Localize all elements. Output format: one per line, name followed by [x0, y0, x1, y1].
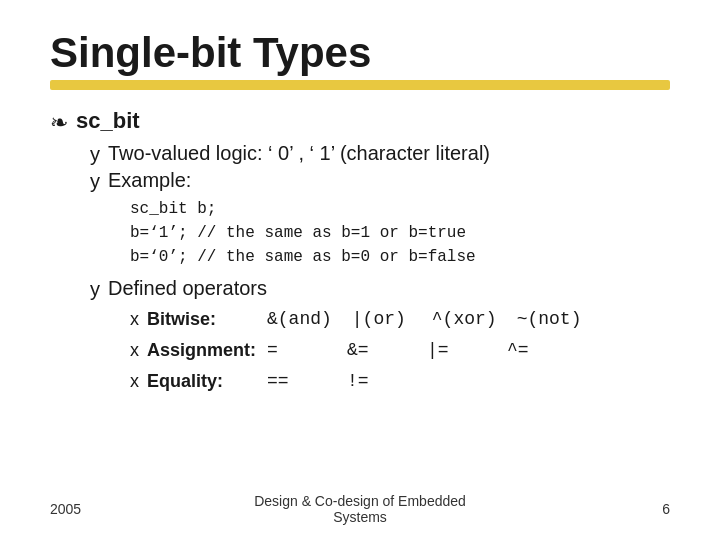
- defined-sub-bullets: y Defined operators: [90, 277, 670, 301]
- code-block: sc_bit b; b=‘1’; // the same as b=1 or b…: [130, 197, 670, 269]
- op-label-2: Equality:: [147, 367, 267, 396]
- defined-bullet-text: Defined operators: [108, 277, 267, 300]
- footer-center-text: Design & Co-design of EmbeddedSystems: [254, 493, 466, 525]
- footer-page: 6: [662, 501, 670, 517]
- op-val-0-2: ^(xor): [432, 305, 497, 334]
- title-area: Single-bit Types: [50, 30, 670, 90]
- sub-bullet-0: y Two-valued logic: ‘ 0’ , ‘ 1’ (charact…: [90, 142, 670, 166]
- op-val-2-0: ==: [267, 367, 327, 396]
- sub-bullet-icon-1: y: [90, 170, 100, 193]
- slide-title: Single-bit Types: [50, 30, 670, 76]
- op-label-0: Bitwise:: [147, 305, 267, 334]
- main-bullet-icon: ❧: [50, 110, 68, 136]
- op-val-2-1: !=: [347, 367, 407, 396]
- sub-bullet-1: y Example:: [90, 169, 670, 193]
- op-row-0: x Bitwise: &(and) |(or) ^(xor) ~(not): [130, 305, 670, 334]
- op-ssb-icon-0: x: [130, 305, 139, 334]
- op-label-1: Assignment:: [147, 336, 267, 365]
- footer-year: 2005: [50, 501, 81, 517]
- content: ❧ sc_bit y Two-valued logic: ‘ 0’ , ‘ 1’…: [50, 108, 670, 395]
- op-row-2: x Equality: == !=: [130, 367, 670, 396]
- op-values-1: = &= |= ^=: [267, 336, 567, 365]
- slide: Single-bit Types ❧ sc_bit y Two-valued l…: [0, 0, 720, 540]
- defined-bullet: y Defined operators: [90, 277, 670, 301]
- op-values-2: == !=: [267, 367, 407, 396]
- op-val-1-2: |=: [427, 336, 487, 365]
- sub-bullet-icon-0: y: [90, 143, 100, 166]
- op-ssb-icon-1: x: [130, 336, 139, 365]
- op-values-0: &(and) |(or) ^(xor) ~(not): [267, 305, 581, 334]
- op-val-1-3: ^=: [507, 336, 567, 365]
- title-underline: [50, 80, 670, 90]
- op-val-1-0: =: [267, 336, 327, 365]
- main-bullet-text: sc_bit: [76, 108, 140, 134]
- main-bullet: ❧ sc_bit: [50, 108, 670, 136]
- op-val-0-3: ~(not): [517, 305, 582, 334]
- sub-bullets: y Two-valued logic: ‘ 0’ , ‘ 1’ (charact…: [90, 142, 670, 193]
- op-val-0-1: |(or): [352, 305, 412, 334]
- defined-bullet-icon: y: [90, 278, 100, 301]
- op-row-1: x Assignment: = &= |= ^=: [130, 336, 670, 365]
- code-line-2: b=‘0’; // the same as b=0 or b=false: [130, 245, 670, 269]
- footer: 2005 Design & Co-design of EmbeddedSyste…: [0, 493, 720, 525]
- code-line-0: sc_bit b;: [130, 197, 670, 221]
- code-line-1: b=‘1’; // the same as b=1 or b=true: [130, 221, 670, 245]
- sub-bullet-text-0: Two-valued logic: ‘ 0’ , ‘ 1’ (character…: [108, 142, 490, 165]
- op-val-0-0: &(and): [267, 305, 332, 334]
- operators-table: x Bitwise: &(and) |(or) ^(xor) ~(not) x …: [130, 305, 670, 395]
- op-val-1-1: &=: [347, 336, 407, 365]
- sub-bullet-text-1: Example:: [108, 169, 191, 192]
- op-ssb-icon-2: x: [130, 367, 139, 396]
